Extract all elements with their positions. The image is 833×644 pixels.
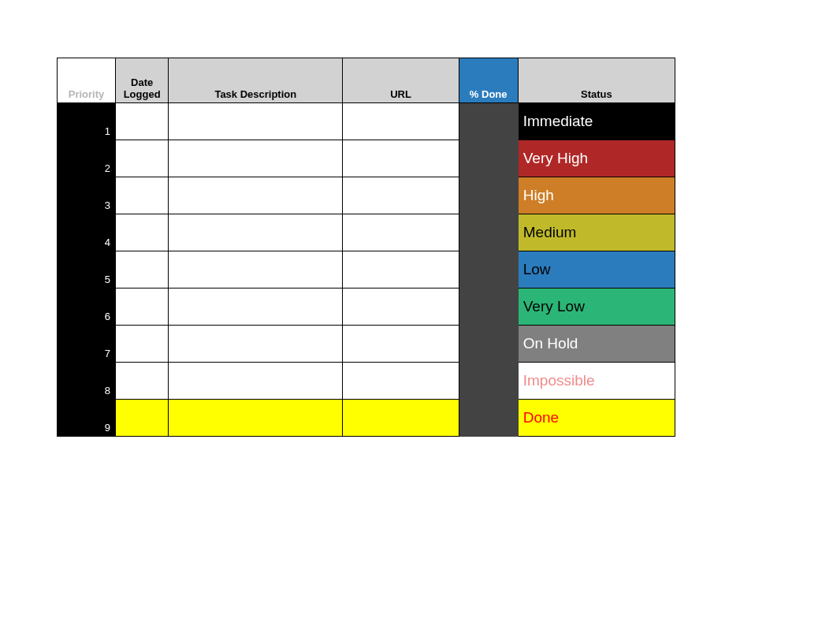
header-status: Status xyxy=(518,58,675,103)
cell-url[interactable] xyxy=(343,400,459,437)
cell-task-description[interactable] xyxy=(169,177,343,214)
cell-priority[interactable]: 6 xyxy=(58,288,116,326)
table-row: 3High xyxy=(58,177,675,214)
table-row: 7On Hold xyxy=(58,326,675,363)
cell-priority[interactable]: 7 xyxy=(58,326,116,363)
cell-percent-done[interactable] xyxy=(459,140,518,177)
cell-status[interactable]: Impossible xyxy=(518,363,675,400)
table-row: 4Medium xyxy=(58,214,675,251)
cell-status[interactable]: High xyxy=(518,177,675,214)
cell-status[interactable]: Medium xyxy=(518,214,675,251)
cell-date-logged[interactable] xyxy=(116,140,169,177)
cell-task-description[interactable] xyxy=(169,288,343,326)
cell-task-description[interactable] xyxy=(169,140,343,177)
cell-priority[interactable]: 2 xyxy=(58,140,116,177)
task-table: Priority Date Logged Task Description UR… xyxy=(57,58,675,437)
cell-priority[interactable]: 5 xyxy=(58,251,116,288)
cell-status[interactable]: Done xyxy=(518,400,675,437)
cell-status[interactable]: Very Low xyxy=(518,288,675,326)
cell-url[interactable] xyxy=(343,326,459,363)
cell-date-logged[interactable] xyxy=(116,363,169,400)
cell-url[interactable] xyxy=(343,288,459,326)
cell-url[interactable] xyxy=(343,214,459,251)
cell-percent-done[interactable] xyxy=(459,288,518,326)
header-url: URL xyxy=(343,58,459,103)
header-percent-done: % Done xyxy=(459,58,518,103)
cell-date-logged[interactable] xyxy=(116,251,169,288)
cell-priority[interactable]: 3 xyxy=(58,177,116,214)
table-row: 8Impossible xyxy=(58,363,675,400)
table-row: 2Very High xyxy=(58,140,675,177)
table-row: 5Low xyxy=(58,251,675,288)
table-header-row: Priority Date Logged Task Description UR… xyxy=(58,58,675,103)
table-row: 6Very Low xyxy=(58,288,675,326)
cell-date-logged[interactable] xyxy=(116,177,169,214)
cell-url[interactable] xyxy=(343,103,459,140)
cell-date-logged[interactable] xyxy=(116,214,169,251)
header-priority: Priority xyxy=(58,58,116,103)
cell-percent-done[interactable] xyxy=(459,177,518,214)
cell-date-logged[interactable] xyxy=(116,288,169,326)
cell-percent-done[interactable] xyxy=(459,363,518,400)
cell-task-description[interactable] xyxy=(169,251,343,288)
cell-percent-done[interactable] xyxy=(459,251,518,288)
cell-date-logged[interactable] xyxy=(116,400,169,437)
table-row: 1Immediate xyxy=(58,103,675,140)
cell-priority[interactable]: 1 xyxy=(58,103,116,140)
cell-task-description[interactable] xyxy=(169,400,343,437)
cell-task-description[interactable] xyxy=(169,326,343,363)
cell-percent-done[interactable] xyxy=(459,214,518,251)
cell-status[interactable]: Immediate xyxy=(518,103,675,140)
cell-task-description[interactable] xyxy=(169,363,343,400)
cell-date-logged[interactable] xyxy=(116,103,169,140)
cell-priority[interactable]: 8 xyxy=(58,363,116,400)
cell-url[interactable] xyxy=(343,140,459,177)
cell-percent-done[interactable] xyxy=(459,103,518,140)
cell-priority[interactable]: 4 xyxy=(58,214,116,251)
header-task-description: Task Description xyxy=(169,58,343,103)
cell-status[interactable]: Low xyxy=(518,251,675,288)
cell-priority[interactable]: 9 xyxy=(58,400,116,437)
cell-percent-done[interactable] xyxy=(459,400,518,437)
cell-task-description[interactable] xyxy=(169,103,343,140)
cell-percent-done[interactable] xyxy=(459,326,518,363)
cell-url[interactable] xyxy=(343,251,459,288)
table-row: 9Done xyxy=(58,400,675,437)
cell-status[interactable]: On Hold xyxy=(518,326,675,363)
cell-status[interactable]: Very High xyxy=(518,140,675,177)
cell-url[interactable] xyxy=(343,363,459,400)
cell-task-description[interactable] xyxy=(169,214,343,251)
cell-url[interactable] xyxy=(343,177,459,214)
cell-date-logged[interactable] xyxy=(116,326,169,363)
header-date-logged: Date Logged xyxy=(116,58,169,103)
